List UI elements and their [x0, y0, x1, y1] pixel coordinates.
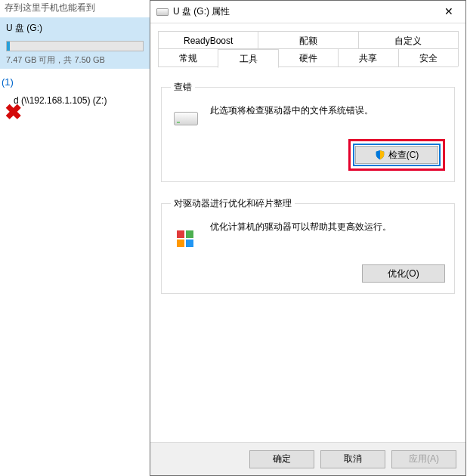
dialog-body: 查错 此选项将检查驱动器中的文件系统错误。 — [150, 67, 465, 442]
network-drive-label: d (\\192.168.1.105) (Z:) — [14, 95, 107, 106]
tab-sharing[interactable]: 共享 — [338, 48, 398, 66]
tab-tools[interactable]: 工具 — [218, 49, 278, 68]
section-count: (1) — [0, 69, 150, 91]
drive-icon — [156, 8, 169, 16]
defrag-icon — [171, 221, 201, 251]
error-check-desc: 此选项将检查驱动器中的文件系统错误。 — [210, 104, 445, 117]
svg-rect-0 — [177, 230, 184, 238]
optimize-button-label: 优化(O) — [388, 267, 419, 280]
cancel-button[interactable]: 取消 — [320, 450, 385, 468]
ok-button[interactable]: 确定 — [249, 450, 314, 468]
tab-hardware[interactable]: 硬件 — [278, 48, 339, 66]
dialog-title: U 盘 (G:) 属性 — [173, 5, 431, 18]
apply-button[interactable]: 应用(A) — [391, 450, 456, 468]
check-button-label: 检查(C) — [388, 149, 419, 162]
tab-readyboost[interactable]: ReadyBoost — [158, 31, 258, 49]
svg-rect-3 — [186, 240, 193, 247]
drive-icon — [171, 104, 201, 125]
svg-rect-1 — [186, 230, 193, 238]
usb-drive-label: U 盘 (G:) — [6, 22, 144, 35]
optimize-legend: 对驱动器进行优化和碎片整理 — [171, 197, 295, 210]
dialog-footer: 确定 取消 应用(A) — [150, 442, 465, 475]
uac-shield-icon — [375, 150, 385, 160]
tab-strip: ReadyBoost 配额 自定义 常规 工具 硬件 共享 安全 — [150, 23, 465, 67]
background-explorer-pane: 存到这里手机也能看到 U 盘 (G:) 7.47 GB 可用，共 7.50 GB… — [0, 0, 150, 476]
truncated-text: 存到这里手机也能看到 — [0, 0, 150, 16]
properties-dialog: U 盘 (G:) 属性 ✕ ReadyBoost 配额 自定义 常规 工具 硬件… — [150, 0, 466, 476]
usb-drive-item[interactable]: U 盘 (G:) 7.47 GB 可用，共 7.50 GB — [0, 17, 150, 69]
dialog-titlebar[interactable]: U 盘 (G:) 属性 ✕ — [150, 1, 465, 23]
close-button[interactable]: ✕ — [431, 1, 465, 23]
optimize-group: 对驱动器进行优化和碎片整理 优化计算机的驱动器可以帮助其更高效运行。 — [161, 197, 455, 294]
optimize-desc: 优化计算机的驱动器可以帮助其更高效运行。 — [210, 221, 445, 233]
error-check-group: 查错 此选项将检查驱动器中的文件系统错误。 — [161, 81, 455, 182]
usb-capacity-text: 7.47 GB 可用，共 7.50 GB — [6, 54, 144, 66]
tab-security[interactable]: 安全 — [398, 48, 459, 66]
error-check-legend: 查错 — [171, 81, 195, 94]
check-button[interactable]: 检查(C) — [355, 146, 438, 164]
annotation-highlight: 检查(C) — [348, 139, 445, 171]
tab-general[interactable]: 常规 — [158, 48, 218, 66]
usb-capacity-bar — [6, 41, 144, 51]
svg-rect-2 — [177, 240, 184, 247]
tab-quota[interactable]: 配额 — [258, 31, 358, 49]
optimize-button[interactable]: 优化(O) — [362, 264, 445, 283]
network-drive-item[interactable]: d (\\192.168.1.105) (Z:) ✖ — [0, 91, 150, 127]
tab-customize[interactable]: 自定义 — [358, 31, 459, 49]
